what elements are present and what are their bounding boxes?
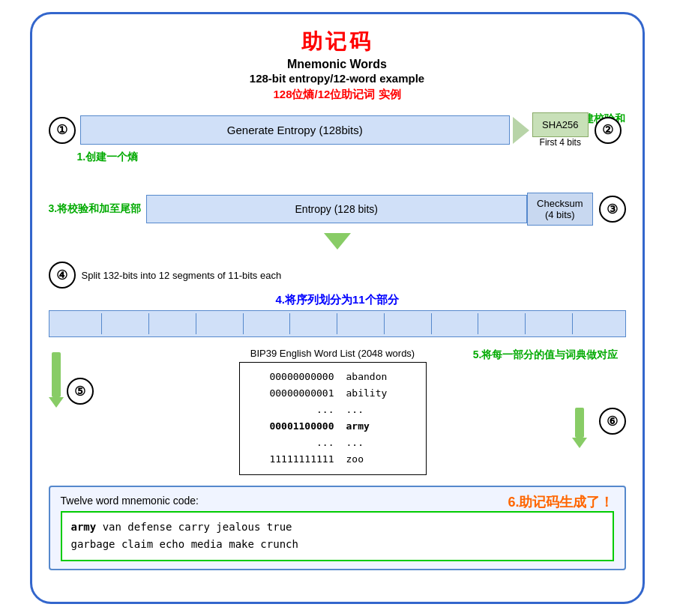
left-arrows xyxy=(49,352,64,408)
step3-label: 3.将校验和加至尾部 xyxy=(49,202,142,216)
arrow-line-left xyxy=(52,352,61,397)
bip39-section: ⑤ BIP39 English Word List (2048 words) 0… xyxy=(49,348,626,475)
seg-divider xyxy=(196,313,196,334)
entropy-checksum-row: Entropy (128 bits) Checksum (4 bits) ③ xyxy=(146,193,626,226)
entropy-box: Generate Entropy (128bits) xyxy=(80,115,511,145)
bip39-row-dots1: ... ... xyxy=(252,402,414,418)
title-en1: Mnemonic Words xyxy=(49,58,626,71)
title-en2: 128-bit entropy/12-word example xyxy=(49,72,626,85)
arrow-line-right xyxy=(575,408,584,438)
step3-circle: ③ xyxy=(599,196,626,223)
bip39-bits-dots2: ... xyxy=(252,435,334,451)
step1-circle: ① xyxy=(49,117,76,144)
seg-divider xyxy=(101,313,102,334)
sha-section: SHA256 First 4 bits xyxy=(532,112,588,148)
bip39-bits-army: 00001100000 xyxy=(252,418,334,435)
arrow-down1 xyxy=(49,233,626,250)
step1-label: 1.创建一个熵 xyxy=(77,151,139,164)
step5-circle: ⑤ xyxy=(67,378,94,405)
mnemonic-word-army: army xyxy=(71,521,97,533)
mnemonic-box: army van defense carry jealous true garb… xyxy=(61,511,614,562)
seg-divider xyxy=(572,313,573,334)
step5-label-wrapper: 5.将每一部分的值与词典做对应 xyxy=(473,348,619,362)
checksum-box: Checksum (4 bits) xyxy=(527,193,592,226)
result-header: Twelve word mnemonic code: 6.助记码生成了！ xyxy=(61,495,614,511)
bip39-word-dots2: ... xyxy=(346,435,364,451)
bip39-bits-zoo: 11111111111 xyxy=(252,451,334,468)
title-cn2: 128位熵/12位助记词 实例 xyxy=(49,88,626,102)
seg-divider xyxy=(478,313,478,334)
first4bits-label: First 4 bits xyxy=(540,137,581,148)
sha-box: SHA256 xyxy=(532,112,588,137)
arrow-head-right xyxy=(572,438,587,448)
row2-wrapper: 3.将校验和加至尾部 Entropy (128 bits) Checksum (… xyxy=(49,193,626,226)
bip39-word-zoo: zoo xyxy=(346,451,364,468)
bip39-content: BIP39 English Word List (2048 words) 000… xyxy=(100,348,566,475)
bip39-bits-2: 00000000001 xyxy=(252,385,334,402)
step4-cn-label: 4.将序列划分为11个部分 xyxy=(49,293,626,307)
bip39-bits-dots1: ... xyxy=(252,402,334,418)
split-row: ④ Split 132-bits into 12 segments of 11-… xyxy=(49,262,626,289)
bip39-row-zoo: 11111111111 zoo xyxy=(252,451,414,468)
main-container: 助记码 Mnemonic Words 128-bit entropy/12-wo… xyxy=(30,12,645,604)
result-label: Twelve word mnemonic code: xyxy=(61,495,199,507)
seg-divider xyxy=(384,313,385,334)
right-arrow xyxy=(572,408,587,448)
seg-divider xyxy=(337,313,337,334)
bip39-word-army: army xyxy=(346,418,370,435)
entropy128-box: Entropy (128 bits) xyxy=(146,195,528,223)
bip39-row-2: 00000000001 ability xyxy=(252,385,414,402)
bip39-word-2: ability xyxy=(346,385,388,402)
arrow-head-left xyxy=(49,397,64,408)
title-cn: 助记码 xyxy=(49,28,626,56)
step2-circle: ② xyxy=(595,117,622,144)
step6-label: 6.助记码生成了！ xyxy=(508,493,613,511)
bip39-title: BIP39 English Word List (2048 words) xyxy=(250,348,415,359)
split-text: Split 132-bits into 12 segments of 11-bi… xyxy=(82,270,282,281)
bip39-word-1: abandon xyxy=(346,369,388,385)
mnemonic-rest-line1: van defense carry jealous true xyxy=(96,521,292,533)
seg-divider xyxy=(431,313,432,334)
seg-bar-wrapper: 4.将序列划分为11个部分 xyxy=(49,293,626,337)
seg-bar xyxy=(49,310,626,337)
bip39-row-1: 00000000000 abandon xyxy=(252,369,414,385)
step6-circle: ⑥ xyxy=(599,408,626,435)
mnemonic-line2: garbage claim echo media make crunch xyxy=(71,536,604,554)
down-arrow-icon xyxy=(324,233,351,250)
bip39-table: 00000000000 abandon 00000000001 ability … xyxy=(239,362,427,475)
seg-divider xyxy=(289,313,290,334)
step4-circle: ④ xyxy=(49,262,76,289)
bip39-row-army: 00001100000 army xyxy=(252,418,414,435)
step5-label: 5.将每一部分的值与词典做对应 xyxy=(473,348,619,360)
mnemonic-line1: army van defense carry jealous true xyxy=(71,519,604,537)
seg-divider xyxy=(148,313,149,334)
result-section: Twelve word mnemonic code: 6.助记码生成了！ arm… xyxy=(49,486,626,571)
seg-divider xyxy=(243,313,244,334)
bip39-row-dots2: ... ... xyxy=(252,435,414,451)
arrow-right-icon xyxy=(513,117,529,144)
seg-divider xyxy=(525,313,526,334)
bip39-bits-1: 00000000000 xyxy=(252,369,334,385)
bip39-word-dots1: ... xyxy=(346,402,364,418)
